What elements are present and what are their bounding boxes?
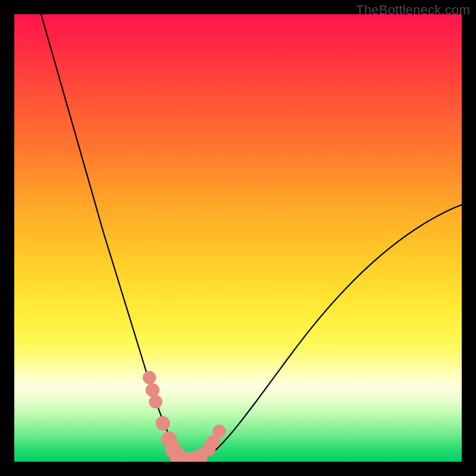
- attribution-label: TheBottleneck.com: [356, 2, 470, 18]
- chart-svg: [14, 14, 462, 462]
- curve-marker: [143, 371, 156, 384]
- chart-frame: TheBottleneck.com: [0, 0, 476, 476]
- curve-marker: [146, 383, 159, 397]
- curve-marker: [213, 425, 226, 438]
- curve-marker: [149, 395, 162, 408]
- bottleneck-curve: [41, 14, 462, 461]
- plot-area: [14, 14, 462, 462]
- curve-markers: [143, 371, 226, 462]
- curve-marker: [156, 416, 170, 430]
